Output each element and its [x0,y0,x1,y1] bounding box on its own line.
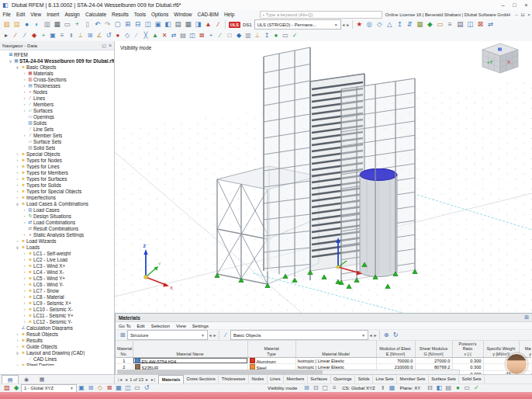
tree-item[interactable]: ∨ ▦ STA-24-04 Wesselburen 009 for Dlubal… [0,57,114,64]
tree-item[interactable]: › ↻ Design Situations [0,213,114,219]
toolbar-icon[interactable]: ▦ [415,19,425,29]
table-tab[interactable]: Members [284,375,308,383]
menu-item[interactable]: File [0,12,13,17]
toolbar-icon[interactable]: ◆ [234,31,244,40]
toolbar-icon[interactable]: ● [271,31,281,40]
menu-item[interactable]: Window [171,12,195,17]
toolbar-icon[interactable]: + [72,19,82,29]
tree-item[interactable]: › ■ LC12 - Seismic Y- [0,318,114,324]
tree-expander-icon[interactable]: › [15,158,20,162]
menu-item[interactable]: Help [221,12,237,17]
tree-item[interactable]: › ■ LC7 - Snow [0,287,114,293]
menu-item[interactable]: Tools [131,12,148,17]
tree-expander-icon[interactable]: › [15,151,20,156]
menu-item[interactable]: View [28,12,44,17]
tree-expander-icon[interactable]: › [22,319,27,324]
tree-item[interactable]: ∕ CAD Lines [0,356,114,362]
tree-item[interactable]: › ∕ Lines [0,95,114,101]
toolbar-icon[interactable]: ● [113,31,123,40]
materials-menu-item[interactable]: View [176,324,186,328]
tree-item[interactable]: ∨ ■ Load Cases & Combinations [0,200,114,206]
table-tab[interactable]: Member Sets [397,375,429,383]
toolbar-icon[interactable]: ↶ [92,19,102,29]
table-tab[interactable]: Cross-Sections [184,375,219,383]
tree-item[interactable]: › ■ Result Objects [0,331,114,337]
toolbar-icon[interactable]: ⊠ [197,31,206,40]
toolbar-icon[interactable]: ▭ [62,19,72,29]
toolbar-icon[interactable]: ⊞ [123,19,133,29]
tree-item[interactable]: › ■ Types for Surfaces [0,175,114,182]
next-button[interactable]: ▸ [212,332,217,338]
toolbar-icon[interactable]: ↻ [391,331,400,340]
toolbar-icon[interactable]: ‖ [67,31,76,40]
tree-item[interactable]: › ⇄ Load Combinations [0,219,114,225]
tree-expander-icon[interactable]: › [15,331,20,336]
tree-expander-icon[interactable]: › [15,363,20,366]
tree-expander-icon[interactable]: › [15,164,20,168]
toolbar-icon[interactable]: ◇ [123,31,132,40]
toolbar-icon[interactable]: ★ [354,19,364,29]
tree-item[interactable]: › ■ LC3 - Wind X+ [0,262,114,269]
tree-expander-icon[interactable]: › [22,232,27,237]
toolbar-icon[interactable]: ∕ [213,19,223,29]
table-tab[interactable]: Line Sets [373,375,397,383]
material-no-cell[interactable]: 1 [116,357,133,364]
search-input[interactable]: › Type a keyword (Alt+Q) [260,11,382,19]
tree-expander-icon[interactable]: ∨ [15,201,20,206]
menu-item[interactable]: Calculate [82,12,109,17]
tree-expander-icon[interactable]: › [15,182,20,187]
tree-expander-icon[interactable]: › [22,294,27,299]
table-tab[interactable]: Thicknesses [219,375,249,383]
tree-item[interactable]: › ■ Results [0,337,114,343]
toolbar-icon[interactable]: ⇄ [169,31,178,40]
mini-close-button[interactable]: × [526,12,532,17]
next-combination-button[interactable]: ▸ [346,22,351,27]
next-button[interactable]: ▸ [373,332,378,338]
tree-item[interactable]: › ▤ Thicknesses [0,82,114,88]
tree-item[interactable]: ⊞ RFEM [0,51,114,57]
toolbar-icon[interactable]: ∕ [11,31,20,40]
tree-expander-icon[interactable]: › [15,176,20,181]
tree-item[interactable]: › ■ Types for Solids [0,182,114,188]
tree-expander-icon[interactable]: › [22,207,27,212]
first-table-button[interactable]: |◄ [118,377,123,382]
tree-item[interactable]: › ■ LC1 - Self-weight [0,250,114,256]
menu-item[interactable]: Options [148,12,171,17]
toolbar-icon[interactable]: ◆ [29,31,39,40]
tree-item[interactable]: › ■ Types for Special Objects [0,188,114,194]
toolbar-icon[interactable]: ▲ [203,19,213,29]
toolbar-icon[interactable]: ⇄ [485,19,496,29]
tree-expander-icon[interactable]: › [22,220,27,224]
toolbar-icon[interactable]: ◇ [375,19,385,29]
tree-item[interactable]: › + Static Analysis Settings [0,231,114,238]
tree-item[interactable]: › ■ Types for Nodes [0,157,114,163]
toolbar-icon[interactable]: ◫ [143,19,153,29]
toolbar-icon[interactable]: ∕ [132,31,141,40]
toolbar-icon[interactable]: ▭ [281,31,290,40]
tree-item[interactable]: ▧ Solids [0,120,114,126]
toolbar-icon[interactable]: ╳ [141,31,150,40]
toolbar-icon[interactable]: ⇵ [405,19,415,29]
tree-expander-icon[interactable]: › [22,71,27,75]
toolbar-icon[interactable]: ◫ [465,19,475,29]
table-tab[interactable]: Surface Sets [429,375,460,383]
toolbar-icon[interactable]: ↥ [262,31,271,40]
materials-menu-item[interactable]: Edit [137,324,145,328]
toolbar-icon[interactable]: ▤ [178,31,188,40]
tree-expander-icon[interactable]: › [22,269,27,274]
table-tab[interactable]: Openings [331,375,356,383]
toolbar-icon[interactable]: ⊠ [475,19,485,29]
tree-item[interactable]: › ▥ Load Cases [0,206,114,213]
tree-expander-icon[interactable]: › [22,95,27,100]
toolbar-icon[interactable]: ▤ [455,19,465,29]
toolbar-icon[interactable]: ▢ [112,19,123,29]
view-cube[interactable]: +Y X [482,43,518,73]
tree-expander-icon[interactable]: › [22,300,27,305]
table-tab[interactable]: Lines [268,375,284,383]
tree-item[interactable]: ∠ Calculation Diagrams [0,324,114,331]
toolbar-icon[interactable]: ▦ [52,19,62,29]
toolbar-icon[interactable]: ⊥ [76,31,85,40]
tree-item[interactable]: › ■ Guide Objects [0,343,114,349]
minimize-button[interactable]: – [497,2,509,9]
toolbar-icon[interactable]: + [206,31,216,40]
